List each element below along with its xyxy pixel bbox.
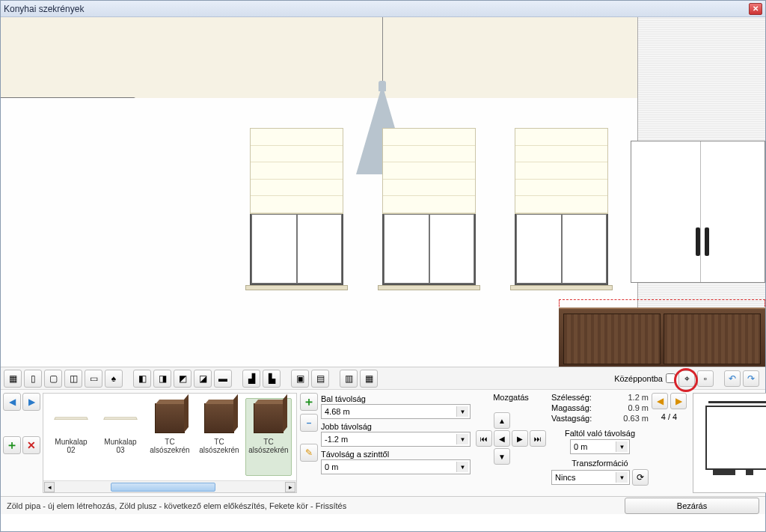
move-dpad: ▲ ⏮ ◀ ▶ ⏭ ▼ [476,412,546,465]
thumb-item[interactable]: TC alsószekrén [196,398,242,476]
left-dist-label: Bal távolság [321,394,471,403]
tool-cab2-icon[interactable]: ▙ [263,370,281,388]
left-dist-dropdown[interactable]: 4.68 m▼ [321,404,471,419]
plus-tool-button[interactable]: ＋ [300,393,318,411]
move-right-button[interactable]: ▶ [512,430,528,447]
add-button[interactable]: ＋ [3,436,21,454]
right-dist-dropdown[interactable]: -1.2 m▼ [321,432,471,447]
depth-label: Vastagság: [551,414,592,423]
tool-misc1-icon[interactable]: ▣ [291,370,309,388]
page-next-button[interactable]: ▶ [670,393,687,409]
close-button[interactable]: Bezárás [625,498,759,514]
tool-view4-icon[interactable]: ◪ [194,370,212,388]
center-label: Középpontba [614,374,663,383]
thumb-item[interactable]: Munkalap 02 [48,398,94,476]
tool-extra1[interactable]: ▫ [697,370,714,387]
width-value: 1.2 m [628,393,649,402]
tool-wall-icon[interactable]: ▯ [24,370,42,388]
tool-lamp-icon[interactable]: ♠ [105,370,123,388]
thumb-item[interactable]: Munkalap 03 [97,398,144,476]
upper-cabinet [631,141,765,283]
snap-button[interactable]: ⌖ [678,370,695,387]
tool-panel-icon[interactable]: ▭ [85,370,102,388]
move-down-button[interactable]: ▼ [494,448,510,465]
edit-tool-button[interactable]: ✎ [300,444,318,462]
wall-dist-label: Faltól való távolság [551,429,649,438]
window-1 [250,128,343,290]
height-label: Magasság: [551,403,592,412]
window-title: Konyhai szekrények [4,4,749,14]
hint-text: Zöld pipa - új elem létrehozás, Zöld plu… [7,501,619,510]
tool-window-icon[interactable]: ◫ [64,370,82,388]
window-2 [382,128,476,290]
lower-cabinet [559,308,765,367]
tool-view2-icon[interactable]: ◨ [153,370,171,388]
toolbar: ▦ ▯ ▢ ◫ ▭ ♠ ◧ ◨ ◩ ◪ ▬ ▟ ▙ ▣ ▤ ▥ ▦ Középp… [1,367,765,390]
control-panel: ▦ ▯ ▢ ◫ ▭ ♠ ◧ ◨ ◩ ◪ ▬ ▟ ▙ ▣ ▤ ▥ ▦ Középp… [1,367,765,514]
minus-tool-button[interactable]: － [300,414,318,432]
prev-button[interactable]: ◀ [3,393,21,411]
thumbnail-list: Munkalap 02 Munkalap 03 TC alsószekrén T… [43,393,297,493]
redo-button[interactable]: ↷ [743,370,759,387]
floor-plan[interactable] [693,393,766,493]
transform-dropdown[interactable]: Nincs▼ [551,470,630,485]
page-prev-button[interactable]: ◀ [652,393,668,409]
move-label: Mozgatás [493,393,529,402]
undo-button[interactable]: ↶ [724,370,741,387]
window-3 [515,128,608,290]
refresh-button[interactable]: ⟳ [632,469,649,486]
delete-button[interactable]: ✕ [22,436,40,454]
tool-misc3-icon[interactable]: ▥ [340,370,358,388]
thumb-item[interactable]: TC alsószekrén [147,398,193,476]
tool-cab1-icon[interactable]: ▟ [242,370,260,388]
tool-grid-icon[interactable]: ▦ [4,370,22,388]
tool-door-icon[interactable]: ▢ [44,370,62,388]
move-far-left-button[interactable]: ⏮ [476,430,492,447]
right-dist-label: Jobb távolság [321,422,471,431]
depth-value: 0.63 m [623,414,649,423]
center-checkbox[interactable] [666,373,675,383]
move-far-right-button[interactable]: ⏭ [530,430,546,447]
move-left-button[interactable]: ◀ [494,430,510,447]
dialog-window: Konyhai szekrények ✕ [0,0,766,532]
transform-label: Transzformáció [551,459,649,468]
move-up-button[interactable]: ▲ [494,412,510,429]
tool-misc4-icon[interactable]: ▦ [360,370,378,388]
tool-misc2-icon[interactable]: ▤ [311,370,329,388]
thumb-scrollbar[interactable]: ◂ ▸ [43,480,296,492]
tool-view5-icon[interactable]: ▬ [214,370,232,388]
level-dist-dropdown[interactable]: 0 m▼ [321,459,471,474]
titlebar: Konyhai szekrények ✕ [1,1,765,17]
thumb-item-selected[interactable]: TC alsószekrén [245,398,292,476]
close-icon[interactable]: ✕ [749,3,762,15]
page-indicator: 4 / 4 [661,412,677,421]
selection-outline [559,299,765,307]
lamp-wire [382,17,383,88]
tool-view1-icon[interactable]: ◧ [133,370,151,388]
wall-dist-dropdown[interactable]: 0 m▼ [570,439,630,454]
footer: Zöld pipa - új elem létrehozás, Zöld plu… [1,496,765,514]
height-value: 0.9 m [628,403,649,412]
next-button[interactable]: ▶ [22,393,40,411]
tool-view3-icon[interactable]: ◩ [174,370,192,388]
level-dist-label: Távolság a szinttől [321,450,471,459]
3d-viewport[interactable] [1,17,765,367]
width-label: Szélesség: [551,393,592,402]
